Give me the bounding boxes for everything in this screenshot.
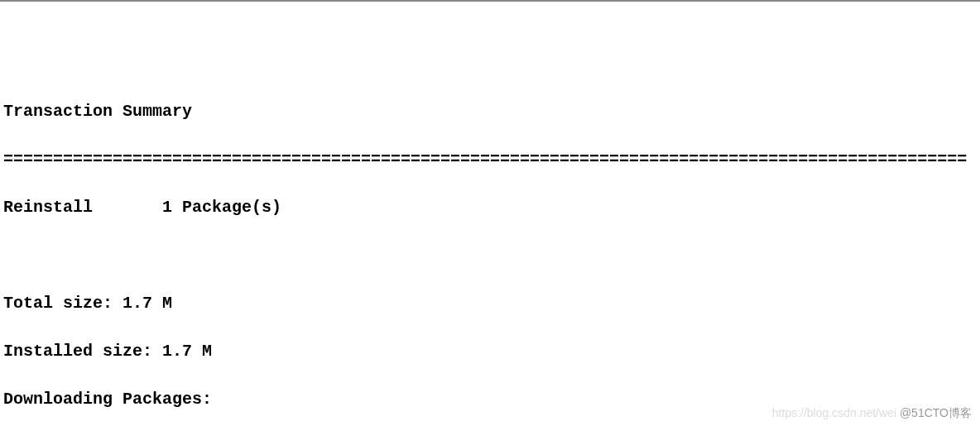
installed-size-line: Installed size: 1.7 M <box>3 339 977 363</box>
total-size-line: Total size: 1.7 M <box>3 291 977 315</box>
watermark-light: https://blog.csdn.net/wei <box>772 406 900 419</box>
transaction-summary-title: Transaction Summary <box>3 99 977 123</box>
watermark-dark: @51CTO博客 <box>900 406 972 419</box>
separator-line: ========================================… <box>3 147 977 171</box>
action-line: Reinstall 1 Package(s) <box>3 195 977 219</box>
watermark: https://blog.csdn.net/wei @51CTO博客 <box>772 404 972 421</box>
blank-line <box>3 243 977 267</box>
